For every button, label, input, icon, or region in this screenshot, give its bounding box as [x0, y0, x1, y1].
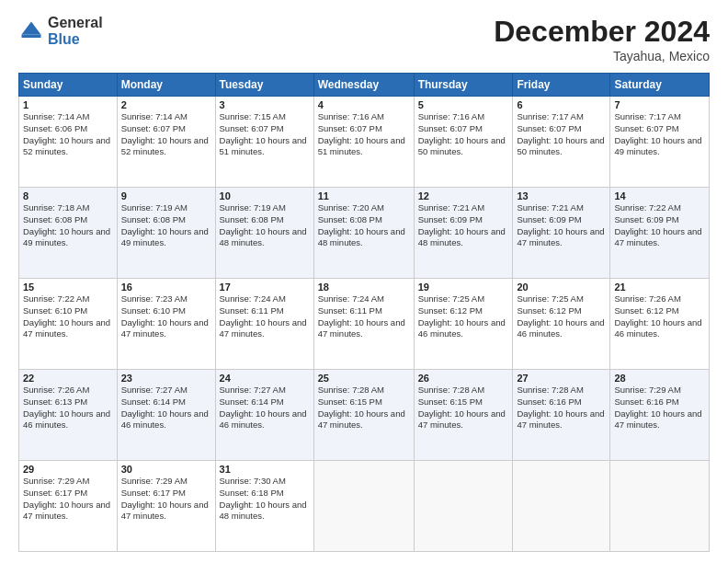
logo: General Blue [18, 15, 103, 47]
table-row: 8Sunrise: 7:18 AM Sunset: 6:08 PM Daylig… [19, 188, 118, 279]
day-detail: Sunrise: 7:14 AM Sunset: 6:07 PM Dayligh… [121, 111, 211, 158]
day-number: 5 [418, 99, 509, 110]
day-number: 16 [121, 282, 211, 293]
calendar-week-row: 29Sunrise: 7:29 AM Sunset: 6:17 PM Dayli… [19, 461, 710, 552]
table-row: 13Sunrise: 7:21 AM Sunset: 6:09 PM Dayli… [513, 188, 610, 279]
col-thursday: Thursday [414, 74, 513, 97]
svg-rect-1 [22, 34, 41, 38]
day-number: 17 [220, 282, 310, 293]
day-detail: Sunrise: 7:26 AM Sunset: 6:13 PM Dayligh… [23, 385, 113, 431]
page: General Blue December 2024 Tayahua, Mexi… [0, 0, 728, 563]
col-wednesday: Wednesday [313, 74, 414, 97]
day-number: 18 [318, 282, 410, 293]
col-friday: Friday [513, 74, 610, 97]
title-block: December 2024 Tayahua, Mexico [494, 15, 710, 63]
table-row: 4Sunrise: 7:16 AM Sunset: 6:07 PM Daylig… [313, 97, 414, 188]
day-number: 23 [121, 373, 211, 384]
table-row: 15Sunrise: 7:22 AM Sunset: 6:10 PM Dayli… [19, 279, 118, 370]
logo-blue: Blue [48, 31, 103, 48]
table-row: 9Sunrise: 7:19 AM Sunset: 6:08 PM Daylig… [117, 188, 215, 279]
table-row: 5Sunrise: 7:16 AM Sunset: 6:07 PM Daylig… [414, 97, 513, 188]
day-detail: Sunrise: 7:19 AM Sunset: 6:08 PM Dayligh… [220, 202, 310, 249]
day-detail: Sunrise: 7:15 AM Sunset: 6:07 PM Dayligh… [220, 111, 310, 158]
day-number: 26 [418, 373, 509, 384]
day-detail: Sunrise: 7:24 AM Sunset: 6:11 PM Dayligh… [318, 293, 410, 340]
day-number: 3 [220, 99, 310, 110]
table-row: 29Sunrise: 7:29 AM Sunset: 6:17 PM Dayli… [19, 461, 118, 552]
day-detail: Sunrise: 7:17 AM Sunset: 6:07 PM Dayligh… [614, 111, 705, 158]
day-detail: Sunrise: 7:24 AM Sunset: 6:11 PM Dayligh… [220, 293, 310, 340]
day-number: 29 [23, 464, 113, 475]
day-detail: Sunrise: 7:28 AM Sunset: 6:15 PM Dayligh… [418, 385, 509, 431]
month-title: December 2024 [494, 15, 710, 49]
day-number: 30 [121, 464, 211, 475]
day-detail: Sunrise: 7:30 AM Sunset: 6:18 PM Dayligh… [220, 476, 310, 523]
calendar-week-row: 22Sunrise: 7:26 AM Sunset: 6:13 PM Dayli… [19, 370, 710, 461]
day-number: 1 [23, 99, 113, 110]
day-detail: Sunrise: 7:16 AM Sunset: 6:07 PM Dayligh… [418, 111, 509, 158]
calendar-header-row: Sunday Monday Tuesday Wednesday Thursday… [19, 74, 710, 97]
day-number: 15 [23, 282, 113, 293]
day-number: 11 [318, 190, 410, 201]
table-row: 19Sunrise: 7:25 AM Sunset: 6:12 PM Dayli… [414, 279, 513, 370]
table-row: 26Sunrise: 7:28 AM Sunset: 6:15 PM Dayli… [414, 370, 513, 461]
day-number: 8 [23, 190, 113, 201]
table-row: 6Sunrise: 7:17 AM Sunset: 6:07 PM Daylig… [513, 97, 610, 188]
day-number: 9 [121, 190, 211, 201]
day-detail: Sunrise: 7:29 AM Sunset: 6:16 PM Dayligh… [614, 385, 705, 431]
day-detail: Sunrise: 7:27 AM Sunset: 6:14 PM Dayligh… [121, 385, 211, 431]
table-row: 7Sunrise: 7:17 AM Sunset: 6:07 PM Daylig… [610, 97, 710, 188]
table-row: 22Sunrise: 7:26 AM Sunset: 6:13 PM Dayli… [19, 370, 118, 461]
logo-text: General Blue [48, 15, 103, 47]
day-number: 10 [220, 190, 310, 201]
table-row: 23Sunrise: 7:27 AM Sunset: 6:14 PM Dayli… [117, 370, 215, 461]
day-detail: Sunrise: 7:21 AM Sunset: 6:09 PM Dayligh… [418, 202, 509, 249]
table-row: 12Sunrise: 7:21 AM Sunset: 6:09 PM Dayli… [414, 188, 513, 279]
day-detail: Sunrise: 7:29 AM Sunset: 6:17 PM Dayligh… [23, 476, 113, 523]
day-detail: Sunrise: 7:22 AM Sunset: 6:09 PM Dayligh… [614, 202, 705, 249]
col-sunday: Sunday [19, 74, 118, 97]
day-detail: Sunrise: 7:23 AM Sunset: 6:10 PM Dayligh… [121, 293, 211, 340]
table-row: 14Sunrise: 7:22 AM Sunset: 6:09 PM Dayli… [610, 188, 710, 279]
table-row [610, 461, 710, 552]
table-row: 11Sunrise: 7:20 AM Sunset: 6:08 PM Dayli… [313, 188, 414, 279]
day-detail: Sunrise: 7:25 AM Sunset: 6:12 PM Dayligh… [517, 293, 606, 340]
day-detail: Sunrise: 7:28 AM Sunset: 6:16 PM Dayligh… [517, 385, 606, 431]
day-number: 24 [220, 373, 310, 384]
calendar-week-row: 8Sunrise: 7:18 AM Sunset: 6:08 PM Daylig… [19, 188, 710, 279]
col-monday: Monday [117, 74, 215, 97]
day-number: 28 [614, 373, 705, 384]
day-number: 31 [220, 464, 310, 475]
day-number: 6 [517, 99, 606, 110]
table-row: 21Sunrise: 7:26 AM Sunset: 6:12 PM Dayli… [610, 279, 710, 370]
svg-marker-0 [22, 21, 41, 34]
table-row: 27Sunrise: 7:28 AM Sunset: 6:16 PM Dayli… [513, 370, 610, 461]
day-number: 20 [517, 282, 606, 293]
day-number: 21 [614, 282, 705, 293]
table-row: 17Sunrise: 7:24 AM Sunset: 6:11 PM Dayli… [215, 279, 313, 370]
day-number: 19 [418, 282, 509, 293]
day-detail: Sunrise: 7:17 AM Sunset: 6:07 PM Dayligh… [517, 111, 606, 158]
day-detail: Sunrise: 7:16 AM Sunset: 6:07 PM Dayligh… [318, 111, 410, 158]
day-detail: Sunrise: 7:21 AM Sunset: 6:09 PM Dayligh… [517, 202, 606, 249]
table-row: 16Sunrise: 7:23 AM Sunset: 6:10 PM Dayli… [117, 279, 215, 370]
table-row: 10Sunrise: 7:19 AM Sunset: 6:08 PM Dayli… [215, 188, 313, 279]
calendar-week-row: 15Sunrise: 7:22 AM Sunset: 6:10 PM Dayli… [19, 279, 710, 370]
day-number: 2 [121, 99, 211, 110]
table-row: 20Sunrise: 7:25 AM Sunset: 6:12 PM Dayli… [513, 279, 610, 370]
day-number: 7 [614, 99, 705, 110]
day-number: 14 [614, 190, 705, 201]
col-saturday: Saturday [610, 74, 710, 97]
day-detail: Sunrise: 7:20 AM Sunset: 6:08 PM Dayligh… [318, 202, 410, 249]
day-detail: Sunrise: 7:29 AM Sunset: 6:17 PM Dayligh… [121, 476, 211, 523]
day-number: 12 [418, 190, 509, 201]
logo-icon [18, 18, 44, 44]
table-row [313, 461, 414, 552]
day-detail: Sunrise: 7:26 AM Sunset: 6:12 PM Dayligh… [614, 293, 705, 340]
table-row: 3Sunrise: 7:15 AM Sunset: 6:07 PM Daylig… [215, 97, 313, 188]
day-detail: Sunrise: 7:18 AM Sunset: 6:08 PM Dayligh… [23, 202, 113, 249]
table-row [513, 461, 610, 552]
table-row: 30Sunrise: 7:29 AM Sunset: 6:17 PM Dayli… [117, 461, 215, 552]
day-number: 27 [517, 373, 606, 384]
day-detail: Sunrise: 7:14 AM Sunset: 6:06 PM Dayligh… [23, 111, 113, 158]
